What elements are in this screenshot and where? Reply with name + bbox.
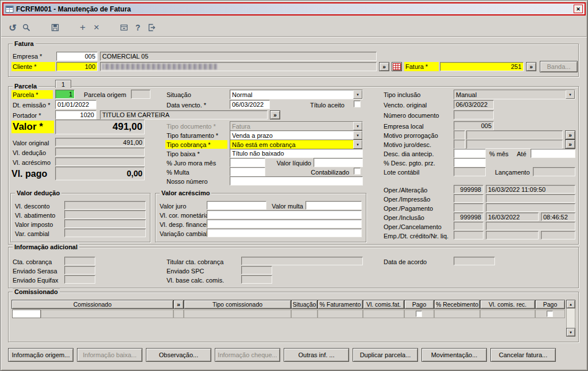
cliente-lookup-button[interactable]: » [379,62,389,71]
fatura-lookup-button[interactable]: » [526,62,536,71]
empresa-local-field: 005 [454,121,494,130]
undo-icon: ↺ [9,22,16,33]
oper-inclusao-label: Oper./Inclusão [384,214,424,222]
col-header-situacao[interactable]: Situação [291,300,318,309]
valor-imposto-field [64,219,146,228]
col-header-comissionado[interactable]: Comissionado [11,300,173,309]
cliente-name-redacted [102,64,217,69]
plus-icon: + [80,22,86,33]
col-header-vl-comis-rec[interactable]: Vl. comis. rec. [480,300,535,309]
archive-button[interactable] [117,21,131,34]
data-vencto-field[interactable]: 06/03/2022 [230,100,270,109]
vl-abatimento-field [64,210,146,219]
parcela-tab-1[interactable]: 1 [55,80,71,88]
duplicar-parcela-button[interactable]: Duplicar parcela... [353,348,418,362]
col-header-pago-2[interactable]: Pago [535,300,565,309]
portador-lookup-button[interactable]: » [270,110,280,119]
help-button[interactable]: ? [131,21,145,34]
cliente-table-action-button[interactable] [392,62,402,71]
search-button[interactable] [20,21,33,34]
tipo-faturamento-combo[interactable]: Venda a prazo▼ [230,130,363,140]
toolbar-separator [1,36,587,37]
enviado-serasa-field [64,266,95,275]
pago-fat-checkbox[interactable] [416,311,422,317]
vl-base-calc-label: Vl. base calc. comis. [167,276,224,284]
motivo-juro-lookup-button[interactable]: » [565,140,575,149]
pago-rec-checkbox[interactable] [547,311,553,317]
tipo-inclusao-label: Tipo inclusão [384,91,420,99]
valor-juro-field[interactable] [207,201,266,210]
emp-dt-credito-label: Emp./Dt. crédito/Nr. liq. [384,232,448,240]
movimentacao-button[interactable]: Movimentação... [421,348,487,362]
nosso-numero-field[interactable] [230,176,363,186]
vl-desp-financeira-field[interactable] [207,219,362,228]
fatura-number-field[interactable]: 251 [440,62,524,71]
tipo-cobranca-label: Tipo cobrança * [165,140,227,149]
empresa-code-field[interactable]: 005 [56,52,98,61]
valor-juro-label: Valor juro [160,202,186,210]
tipo-documento-label: Tipo documento * [167,122,216,130]
juro-mora-field[interactable] [230,158,265,167]
parcela-number-field[interactable]: 1 [55,90,75,99]
col-header-pct-faturamento[interactable]: % Faturamento [318,300,363,309]
vl-cor-monetaria-field[interactable] [207,210,362,219]
col-header-pct-recebimento[interactable]: % Recebimento [434,300,480,309]
desc-pgto-label: % Desc. pgto. prz. [384,159,435,167]
cliente-label: Cliente * [11,62,55,71]
close-button[interactable]: ✕ [574,5,583,13]
scroll-down-icon[interactable]: ▼ [566,328,575,337]
situacao-combo[interactable]: Normal▼ [230,90,363,99]
valor-multa-field[interactable] [305,201,362,210]
cliente-code-field[interactable]: 100 [56,62,98,71]
exit-button[interactable] [145,21,158,34]
col-header-vl-comis-fat[interactable]: Vl. comis.fat. [363,300,404,309]
col-header-lookup-button[interactable]: » [173,300,184,309]
vencto-original-label: Vencto. original [384,101,427,109]
oper-alteracao-label: Oper./Alteração [384,186,427,194]
oper-alteracao-code-field: 999998 [454,185,483,194]
motivo-prorrogacao-lookup-button[interactable]: » [565,130,575,140]
oper-pagamento-code-field [454,203,483,212]
vl-pago-label: Vl. pago [11,168,47,180]
chevron-down-icon[interactable]: ▼ [353,140,362,149]
valor-liquido-label: Valor líquido [270,159,311,167]
var-cambial-label: Var. cambial [15,230,49,238]
outras-inf-button[interactable]: Outras inf. ... [284,348,349,362]
tipo-cobranca-combo[interactable]: Não está em cobrança▼ [230,140,363,149]
dt-emissao-field[interactable]: 01/01/2022 [55,100,96,109]
exit-icon [147,23,156,32]
cancelar-fatura-button[interactable]: Cancelar fatura... [490,348,556,362]
save-button[interactable] [48,21,62,34]
refresh-button[interactable]: ↺ [6,21,20,34]
add-button[interactable]: + [76,21,90,34]
valor-acrescimo-legend: Valor acréscimo [160,190,211,197]
informacao-baixa-button: Informação baixa... [77,348,142,362]
titulo-aceito-checkbox[interactable] [354,101,361,107]
col-header-tipo-comissionado[interactable]: Tipo comissionado [184,300,291,309]
tipo-documento-combo: Fatura▼ [230,121,363,131]
multa-field[interactable] [230,167,265,176]
portador-code-field[interactable]: 1020 [55,110,96,119]
observacao-button[interactable]: Observação... [146,348,211,362]
col-header-pago-1[interactable]: Pago [404,300,434,309]
delete-button[interactable]: × [90,21,103,34]
chevron-down-icon[interactable]: ▼ [353,90,362,99]
scroll-up-icon[interactable]: ▲ [566,300,575,308]
oper-pagamento-label: Oper./Pagamento [384,204,433,212]
variacao-cambial-field[interactable] [207,229,362,237]
x-icon: × [94,22,99,33]
desc-pgto-field[interactable] [454,158,486,167]
window-icon [5,5,14,13]
titular-cta-field [241,257,363,265]
valor-liquido-field[interactable] [314,158,363,167]
tipo-baixa-field: Título não baixado [230,149,363,158]
ate-field[interactable] [531,149,575,158]
chevron-down-icon[interactable]: ▼ [353,131,362,140]
oper-inclusao-time-field: 08:46:52 [541,212,575,221]
nosso-numero-label: Nosso número [167,177,208,186]
desc-dia-field[interactable] [454,149,486,158]
informacao-origem-button[interactable]: Informação origem... [8,348,74,362]
comissionado-row-edit-cell[interactable] [12,310,41,318]
vl-desconto-field [64,201,146,210]
valor-original-field: 491,00 [55,138,145,146]
